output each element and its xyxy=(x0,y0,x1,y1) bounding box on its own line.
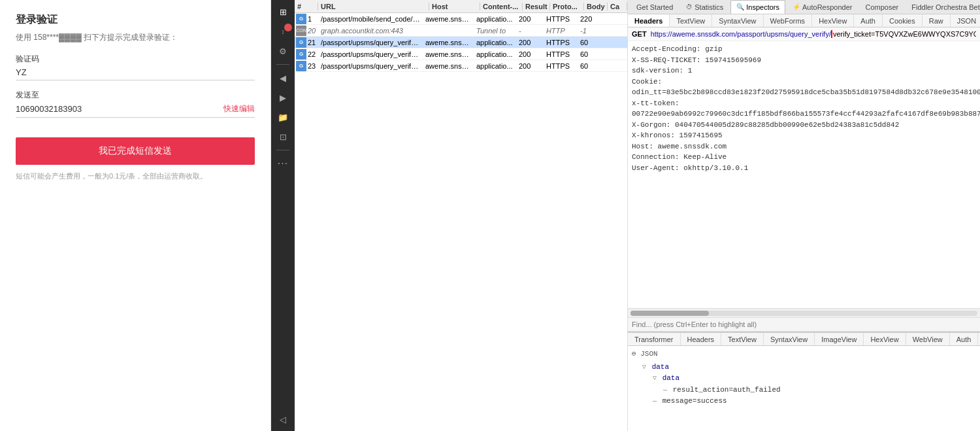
col-header-ca: Ca xyxy=(608,3,627,10)
col-header-num: # xyxy=(295,3,318,10)
sendto-label: 发送至 xyxy=(16,90,255,101)
toolbar-icon-triangle[interactable]: ◁ xyxy=(272,410,293,428)
resp-tab-textview[interactable]: TextView xyxy=(721,333,764,345)
req-tab-textview[interactable]: TextView xyxy=(670,14,712,27)
triangle-icon: ◁ xyxy=(280,415,286,424)
resp-tab-auth-label: Auth xyxy=(956,336,972,343)
toolbar-icon-frame[interactable]: ⊡ xyxy=(272,128,293,146)
json-key-data-inner: data xyxy=(662,374,679,382)
autoresponder-icon: ⚡ xyxy=(792,3,800,10)
code-input[interactable] xyxy=(16,67,255,77)
table-row[interactable]: G21 /passport/upsms/query_verify/... awe… xyxy=(295,37,627,48)
row-num: G21 xyxy=(295,37,318,48)
row-result: 200 xyxy=(516,50,544,58)
inspector-top-tabs: Get Started ⏱ Statistics 🔍 Inspectors ⚡ … xyxy=(628,0,980,14)
req-tab-raw-label: Raw xyxy=(929,17,943,25)
toolbar-icon-forward[interactable]: ▶ xyxy=(272,88,293,107)
req-tab-auth-label: Auth xyxy=(860,17,875,25)
req-tab-auth[interactable]: Auth xyxy=(854,14,883,27)
table-row[interactable]: CON20 graph.accountkit.com:443 Tunnel to… xyxy=(295,25,627,37)
left-login-panel: 登录验证 使用 158****▓▓▓▓ 扫下方提示完成登录验证： 验证码 发送至… xyxy=(0,0,271,431)
row-proto: HTTPS xyxy=(544,15,578,23)
table-row[interactable]: G23 /passport/upsms/query_verify/... awe… xyxy=(295,60,627,72)
row-content: applicatio... xyxy=(474,50,516,58)
tab-orchestra[interactable]: Fiddler Orchestra Beta xyxy=(906,0,980,14)
tab-statistics[interactable]: ⏱ Statistics xyxy=(680,0,729,14)
code-field-group: 验证码 xyxy=(16,54,255,80)
req-tab-webforms[interactable]: WebForms xyxy=(764,14,813,27)
tab-inspectors[interactable]: 🔍 Inspectors xyxy=(730,0,785,14)
row-body: 60 xyxy=(578,39,601,46)
json-key-data: data xyxy=(652,363,669,371)
toolbar-icon-grid[interactable]: ⊞ xyxy=(272,3,293,21)
tab-statistics-label: Statistics xyxy=(694,3,723,11)
sendto-field-group: 发送至 10690032183903 快速编辑 xyxy=(16,90,255,118)
toolbar-icon-arrow[interactable]: ↕ xyxy=(272,22,293,41)
resp-tab-headers[interactable]: Headers xyxy=(681,333,722,345)
row-result: 200 xyxy=(516,15,544,23)
more-icon: ··· xyxy=(278,158,288,169)
row-url: /passport/upsms/query_verify/... xyxy=(318,62,423,70)
json-data-inner-node: ▽ data xyxy=(632,373,976,385)
resp-tab-imageview-label: ImageView xyxy=(821,336,857,343)
gear-icon: ⚙ xyxy=(279,46,287,56)
resp-tab-syntaxview-label: SyntaxView xyxy=(770,336,808,343)
inspector-panel: Get Started ⏱ Statistics 🔍 Inspectors ⚡ … xyxy=(628,0,980,431)
row-result: 200 xyxy=(516,39,544,46)
tab-composer-label: Composer xyxy=(865,3,898,11)
request-headers-body: Accept-Encoding: gzip X-SS-REQ-TICKET: 1… xyxy=(628,41,980,308)
expand-icon-data[interactable]: ▽ xyxy=(642,364,646,371)
toolbar-icon-more[interactable]: ··· xyxy=(272,154,293,173)
network-list-panel: # URL Host Content-... Result Proto... B… xyxy=(295,0,628,431)
row-content: applicatio... xyxy=(474,39,516,46)
tab-autoresponder[interactable]: ⚡ AutoResponder xyxy=(787,0,858,14)
json-root-label: ⊖ JSON xyxy=(632,349,976,360)
req-tab-hexview[interactable]: HexView xyxy=(812,14,854,27)
table-row[interactable]: G1 /passport/mobile/send_code/v... aweme… xyxy=(295,13,627,25)
response-section: Transformer Headers TextView SyntaxView … xyxy=(628,332,980,431)
col-header-result: Result xyxy=(523,3,550,10)
header-line: X-khronos: 1597415695 xyxy=(632,130,976,141)
header-line: X-SS-REQ-TICKET: 1597415695969 xyxy=(632,55,976,66)
req-tab-json[interactable]: JSON xyxy=(951,14,980,27)
tab-composer[interactable]: Composer xyxy=(859,0,904,14)
request-tabs: Headers TextView SyntaxView WebForms Hex… xyxy=(628,14,980,27)
req-tab-syntaxview-label: SyntaxView xyxy=(719,17,756,25)
expand-icon-result: — xyxy=(663,387,667,394)
req-tab-raw[interactable]: Raw xyxy=(923,14,951,27)
table-row[interactable]: G22 /passport/upsms/query_verify/... awe… xyxy=(295,48,627,60)
row-proto: HTTPS xyxy=(544,39,578,46)
resp-tab-hexview[interactable]: HexView xyxy=(864,333,906,345)
row-proto: HTTP xyxy=(544,27,578,35)
submit-sms-button[interactable]: 我已完成短信发送 xyxy=(16,137,255,165)
expand-icon-data-inner[interactable]: ▽ xyxy=(653,375,657,382)
resp-tab-headers-label: Headers xyxy=(687,336,715,343)
quick-edit-button[interactable]: 快速编辑 xyxy=(223,103,255,114)
resp-tab-auth[interactable]: Auth xyxy=(950,333,979,345)
resp-tab-transformer-label: Transformer xyxy=(634,336,674,343)
row-num: CON20 xyxy=(295,26,318,36)
resp-tab-transformer[interactable]: Transformer xyxy=(628,333,681,345)
resp-tab-syntaxview[interactable]: SyntaxView xyxy=(764,333,815,345)
toolbar-icon-gear[interactable]: ⚙ xyxy=(272,42,293,60)
resp-tab-webview[interactable]: WebView xyxy=(906,333,950,345)
horizontal-scrollbar[interactable] xyxy=(628,308,980,317)
toolbar-icon-folder[interactable]: 📁 xyxy=(272,108,293,126)
col-header-proto: Proto... xyxy=(550,3,584,10)
resp-tab-imageview[interactable]: ImageView xyxy=(815,333,864,345)
toolbar-icon-back[interactable]: ◀ xyxy=(272,69,293,87)
row-result: - xyxy=(516,27,544,35)
find-bar xyxy=(628,317,980,332)
row-host: aweme.snss... xyxy=(423,39,474,46)
req-tab-cookies[interactable]: Cookies xyxy=(883,14,923,27)
method-icon: CON xyxy=(296,26,306,36)
toolbar-badge-count xyxy=(284,24,292,31)
json-result-action-value: result_action=auth_failed xyxy=(673,386,781,394)
req-tab-syntaxview[interactable]: SyntaxView xyxy=(712,14,763,27)
row-host: aweme.snss... xyxy=(423,50,474,58)
method-icon: G xyxy=(296,49,306,60)
find-input[interactable] xyxy=(632,320,976,328)
tab-get-started[interactable]: Get Started xyxy=(630,0,679,14)
json-data-node: ▽ data xyxy=(632,362,976,373)
req-tab-headers[interactable]: Headers xyxy=(628,14,670,27)
